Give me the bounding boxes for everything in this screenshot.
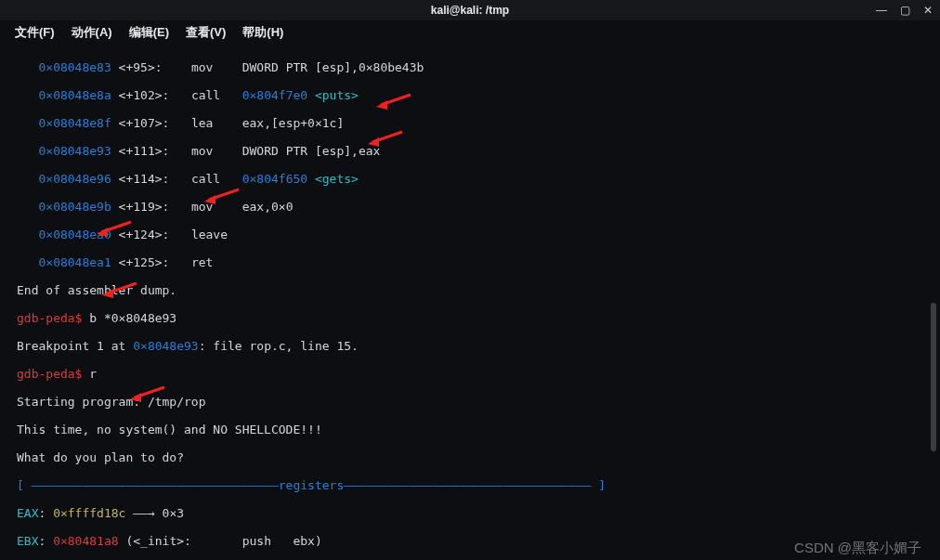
addr: 0×08048e8a	[38, 88, 111, 102]
cmd-break: b *0×8048e93	[89, 311, 176, 325]
addr: 0×08048e8f	[38, 116, 111, 130]
gdb-prompt: gdb-peda$	[17, 367, 82, 381]
reg-eax: EAX	[17, 506, 38, 520]
maximize-icon[interactable]: ▢	[900, 4, 910, 18]
banner-line: This time, no system() and NO SHELLCODE!…	[17, 423, 933, 436]
addr: 0×08048ea1	[38, 255, 111, 269]
reg-ebx: EBX	[17, 534, 38, 548]
terminal-output[interactable]: 0×08048e83 <+95>: mov DWORD PTR [esp],0×…	[0, 43, 940, 560]
scrollbar[interactable]	[927, 43, 940, 560]
addr: 0×08048e93	[38, 144, 111, 158]
addr: 0×08048e9b	[38, 200, 111, 214]
banner-line: What do you plan to do?	[17, 450, 933, 464]
window-controls: — ▢ ✕	[876, 4, 933, 18]
starting-prog: Starting program: /tmp/rop	[17, 395, 933, 409]
window-title: kali@kali: /tmp	[431, 4, 509, 18]
end-dump: End of assembler dump.	[17, 283, 933, 297]
menu-view[interactable]: 查看(V)	[186, 25, 226, 39]
menu-help[interactable]: 帮助(H)	[242, 25, 283, 39]
menu-actions[interactable]: 动作(A)	[72, 25, 112, 39]
addr: 0×08048e96	[38, 172, 111, 186]
gdb-prompt: gdb-peda$	[17, 311, 82, 325]
titlebar: kali@kali: /tmp — ▢ ✕	[0, 0, 940, 20]
cmd-run: r	[89, 367, 97, 381]
minimize-icon[interactable]: —	[876, 4, 887, 18]
scrollbar-thumb[interactable]	[931, 303, 936, 451]
watermark: CSDN @黑客小媚子	[794, 540, 921, 554]
addr: 0×08048ea0	[38, 228, 111, 241]
close-icon[interactable]: ✕	[923, 4, 933, 18]
separator-registers: [ ——————————————————————————————————regi…	[17, 478, 933, 492]
menu-edit[interactable]: 编辑(E)	[129, 25, 169, 39]
menu-file[interactable]: 文件(F)	[15, 25, 55, 39]
addr: 0×08048e83	[38, 60, 111, 74]
menubar: 文件(F) 动作(A) 编辑(E) 查看(V) 帮助(H)	[0, 20, 940, 43]
